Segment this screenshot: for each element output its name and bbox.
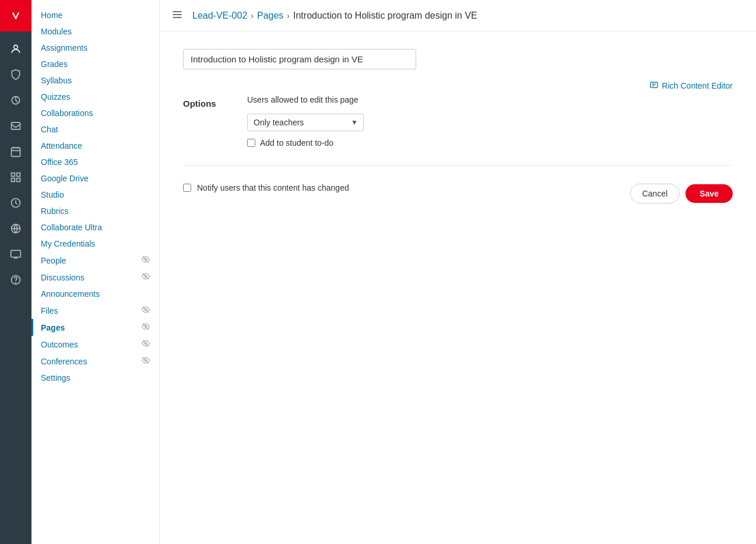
eye-icon[interactable] — [142, 356, 150, 366]
sidebar-item-conferences[interactable]: Conferences — [31, 353, 159, 370]
sidebar-label: Announcements — [41, 289, 150, 299]
rail-studio-icon[interactable] — [4, 243, 27, 266]
notify-checkbox[interactable] — [183, 184, 191, 192]
rce-label: Rich Content Editor — [662, 81, 733, 90]
sidebar-item-modules[interactable]: Modules — [31, 23, 159, 40]
topbar: Lead-VE-002 › Pages › Introduction to Ho… — [160, 0, 756, 31]
sidebar-item-discussions[interactable]: Discussions — [31, 269, 159, 286]
sidebar-item-office-365[interactable]: Office 365 — [31, 154, 159, 170]
svg-rect-8 — [12, 173, 15, 177]
rce-icon — [649, 81, 659, 90]
sidebar-item-outcomes[interactable]: Outcomes — [31, 336, 159, 353]
sidebar-label: My Credentials — [41, 239, 150, 248]
svg-rect-11 — [17, 178, 20, 182]
content-upper: Rich Content Editor — [183, 49, 733, 90]
sidebar-label: Files — [41, 306, 142, 315]
app-logo[interactable] — [0, 0, 31, 31]
svg-rect-10 — [12, 178, 15, 182]
sidebar-item-studio[interactable]: Studio — [31, 187, 159, 203]
eye-icon[interactable] — [142, 272, 150, 282]
rail-courses-icon[interactable] — [4, 166, 27, 189]
sidebar-label: Google Drive — [41, 174, 150, 183]
rail-commons-icon[interactable] — [4, 217, 27, 240]
sidebar-item-rubrics[interactable]: Rubrics — [31, 203, 159, 219]
rail-shield-icon[interactable] — [4, 63, 27, 86]
rail-analytics-icon[interactable] — [4, 89, 27, 112]
sidebar-item-settings[interactable]: Settings — [31, 370, 159, 386]
save-button[interactable]: Save — [685, 184, 733, 203]
breadcrumb-section[interactable]: Pages — [257, 10, 283, 21]
sidebar-label: Outcomes — [41, 340, 142, 349]
edit-permissions-select[interactable]: Only teachers Teachers and students Anyo… — [247, 114, 364, 131]
rail-help-icon[interactable] — [4, 268, 27, 292]
options-controls: Users allowed to edit this page Only tea… — [247, 95, 364, 148]
breadcrumb-course[interactable]: Lead-VE-002 — [192, 10, 247, 21]
svg-point-19 — [16, 283, 16, 283]
content-area: Rich Content Editor Options Users allowe… — [160, 31, 756, 544]
svg-point-0 — [9, 9, 22, 22]
svg-rect-15 — [11, 250, 21, 257]
sidebar-label: Collaborate Ultra — [41, 223, 150, 232]
sidebar-item-google-drive[interactable]: Google Drive — [31, 170, 159, 187]
sidebar-item-collaborate-ultra[interactable]: Collaborate Ultra — [31, 219, 159, 236]
sidebar-item-home[interactable]: Home — [31, 7, 159, 23]
users-allowed-label: Users allowed to edit this page — [247, 95, 364, 104]
hamburger-button[interactable] — [171, 9, 183, 23]
rail-calendar-icon[interactable] — [4, 140, 27, 163]
eye-icon[interactable] — [142, 339, 150, 349]
eye-icon[interactable] — [142, 255, 150, 265]
sidebar-label: Modules — [41, 27, 150, 36]
sidebar-label: Assignments — [41, 43, 150, 52]
notify-row[interactable]: Notify users that this content has chang… — [183, 183, 349, 192]
sidebar-item-announcements[interactable]: Announcements — [31, 286, 159, 302]
sidebar-item-files[interactable]: Files — [31, 302, 159, 319]
sidebar-item-grades[interactable]: Grades — [31, 56, 159, 72]
icon-rail — [0, 0, 31, 544]
sidebar-item-attendance[interactable]: Attendance — [31, 138, 159, 154]
sidebar-label: Syllabus — [41, 76, 150, 85]
eye-icon[interactable] — [142, 306, 150, 315]
rail-inbox-icon[interactable] — [4, 114, 27, 138]
sidebar-label: Quizzes — [41, 92, 150, 101]
sidebar: HomeModulesAssignmentsGradesSyllabusQuiz… — [31, 0, 160, 544]
sidebar-item-quizzes[interactable]: Quizzes — [31, 89, 159, 105]
sidebar-item-collaborations[interactable]: Collaborations — [31, 105, 159, 121]
action-buttons: Cancel Save — [630, 184, 733, 203]
student-todo-checkbox[interactable] — [247, 139, 255, 147]
breadcrumb-current: Introduction to Holistic program design … — [293, 10, 477, 21]
student-todo-label: Add to student to-do — [260, 138, 333, 148]
sidebar-item-pages[interactable]: Pages — [31, 319, 159, 336]
breadcrumb-sep-1: › — [251, 11, 254, 20]
sidebar-label: Chat — [41, 125, 150, 134]
notify-label: Notify users that this content has chang… — [197, 183, 349, 192]
sidebar-item-people[interactable]: People — [31, 252, 159, 269]
student-todo-row[interactable]: Add to student to-do — [247, 138, 364, 148]
main-content: Lead-VE-002 › Pages › Introduction to Ho… — [160, 0, 756, 544]
sidebar-label: Collaborations — [41, 108, 150, 118]
sidebar-item-assignments[interactable]: Assignments — [31, 40, 159, 56]
rich-content-editor-link[interactable]: Rich Content Editor — [649, 81, 733, 90]
svg-rect-35 — [650, 82, 657, 87]
logo-icon — [8, 8, 24, 24]
svg-rect-9 — [17, 173, 20, 177]
sidebar-label: Attendance — [41, 141, 150, 150]
sidebar-label: Discussions — [41, 273, 142, 282]
sidebar-item-my-credentials[interactable]: My Credentials — [31, 236, 159, 252]
sidebar-label: Pages — [41, 323, 142, 332]
sidebar-label: People — [41, 256, 142, 265]
options-section: Options Users allowed to edit this page … — [183, 95, 733, 166]
breadcrumb-sep-2: › — [287, 11, 290, 20]
rail-history-icon[interactable] — [4, 191, 27, 215]
sidebar-label: Conferences — [41, 357, 142, 366]
sidebar-label: Grades — [41, 59, 150, 69]
sidebar-label: Studio — [41, 190, 150, 199]
edit-permissions-select-wrapper: Only teachers Teachers and students Anyo… — [247, 114, 364, 131]
eye-icon[interactable] — [142, 322, 150, 332]
sidebar-label: Settings — [41, 373, 150, 382]
bottom-row: Notify users that this content has chang… — [183, 183, 733, 204]
rail-user-icon[interactable] — [4, 37, 27, 61]
sidebar-item-chat[interactable]: Chat — [31, 121, 159, 138]
sidebar-item-syllabus[interactable]: Syllabus — [31, 72, 159, 89]
cancel-button[interactable]: Cancel — [630, 184, 680, 203]
page-title-input[interactable] — [183, 49, 416, 69]
